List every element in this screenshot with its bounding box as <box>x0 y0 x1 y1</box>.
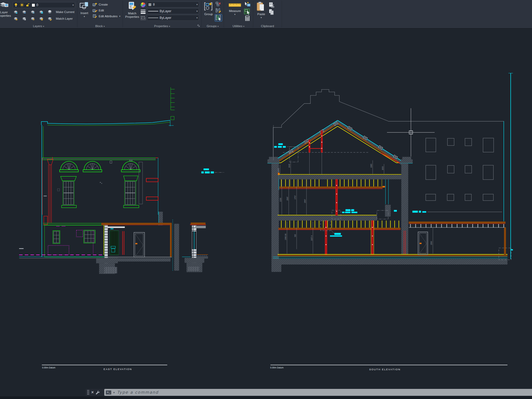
drawing-canvas[interactable]: 0.00m Datum EAST ELEVATION <box>0 29 532 396</box>
layer-thaw-icon[interactable] <box>30 16 35 21</box>
quick-calc-select-icon[interactable] <box>244 8 248 13</box>
layer-thaw-sun-icon <box>20 3 24 7</box>
svg-text:1945: 1945 <box>288 164 290 168</box>
south-title: SOUTH ELEVATION <box>369 368 401 371</box>
layer-unlock-icon <box>26 3 30 7</box>
group-button[interactable]: Group <box>203 2 214 16</box>
make-current-icon[interactable] <box>47 10 52 14</box>
layer-on-bulb-icon <box>14 3 19 7</box>
color-dropdown-chevron-icon: ▾ <box>196 3 198 6</box>
prompt-icon: >_ <box>107 391 110 394</box>
layer-isolate-icon[interactable] <box>13 10 18 14</box>
east-title: EAST ELEVATION <box>103 368 132 371</box>
measure-chevron-icon: ▾ <box>234 13 236 16</box>
groups-panel-label[interactable]: Groups▾ <box>202 24 224 28</box>
south-datum-label: 0.00m Datum <box>270 366 284 369</box>
color-wheel-icon <box>140 2 145 6</box>
ungroup-icon[interactable] <box>215 2 220 6</box>
layer-move-icon[interactable] <box>22 16 26 21</box>
close-icon[interactable]: × <box>91 390 94 394</box>
layers-panel-chevron-icon: ▾ <box>43 25 44 28</box>
insert-label: Insert <box>81 11 88 15</box>
object-color-swatch <box>148 3 152 6</box>
insert-button[interactable]: Insert ▾ <box>78 2 90 18</box>
layer-freeze-icon[interactable] <box>30 10 35 14</box>
layer-lock-icon[interactable] <box>39 10 43 14</box>
layer-on-icon[interactable] <box>13 16 18 21</box>
svg-text:1965: 1965 <box>370 164 372 168</box>
lineweight-dropdown[interactable]: ByLayer ▾ <box>147 8 199 14</box>
lineweight-value: ByLayer <box>160 9 171 13</box>
command-input[interactable] <box>117 390 531 395</box>
properties-panel-label[interactable]: Properties▾ <box>123 24 201 28</box>
linetype-dropdown[interactable]: ByLayer ▾ <box>147 15 199 21</box>
match-properties-icon <box>128 1 137 12</box>
south-elevation-drawing: 1875 1945 1965 1920 2230 2587 2757 2597 <box>201 73 513 371</box>
match-layer-icon[interactable] <box>47 16 52 21</box>
edit-attributes-icon <box>93 14 97 18</box>
command-prompt-button[interactable]: >_ <box>106 390 111 395</box>
command-palette: × >_ ▾ <box>86 389 532 396</box>
command-input-area[interactable]: >_ ▾ <box>104 389 532 396</box>
panel-layers: Layer Properties 0 ▾ Make Current <box>0 0 77 28</box>
block-panel-chevron-icon: ▾ <box>103 25 105 28</box>
measure-button[interactable]: Measure ▾ <box>228 3 242 16</box>
insert-chevron-icon: ▾ <box>84 15 85 18</box>
svg-text:2587: 2587 <box>286 197 288 201</box>
layer-unisolate-icon[interactable] <box>22 10 26 14</box>
palette-grip-handle[interactable] <box>87 390 89 395</box>
svg-text:2590: 2590 <box>430 241 432 245</box>
linetype-sample <box>148 17 158 18</box>
layer-unlock2-icon[interactable] <box>39 16 43 21</box>
svg-text:2060.98: 2060.98 <box>285 234 286 240</box>
edit-block-button[interactable]: Edit <box>93 8 104 13</box>
linetype-icon <box>140 16 145 20</box>
panel-groups: Group Groups▾ <box>202 0 224 28</box>
object-color-dropdown[interactable]: 8 ▾ <box>147 2 199 7</box>
insert-icon <box>80 2 89 11</box>
east-wall-detail-section <box>182 223 208 272</box>
match-layer-button[interactable]: Match Layer <box>56 17 73 20</box>
layer-properties-label-2: Properties <box>0 14 11 18</box>
layer-properties-label-1: Layer <box>0 11 8 14</box>
object-color-value: 8 <box>153 3 155 6</box>
ribbon: Layer Properties 0 ▾ Make Current <box>0 0 532 28</box>
edit-attributes-button[interactable]: Edit Attributes ▾ <box>93 14 120 18</box>
crosshair-cursor <box>387 108 435 157</box>
layers-panel-label[interactable]: Layers▾ <box>0 24 77 28</box>
calculator-icon[interactable] <box>245 15 249 20</box>
model-space-canvas[interactable]: 0.00m Datum EAST ELEVATION <box>0 29 532 396</box>
command-palette-controls: × <box>86 389 104 396</box>
paste-button[interactable]: Paste ▾ <box>255 2 267 19</box>
make-current-button[interactable]: Make Current <box>56 10 74 14</box>
svg-text:2157.4: 2157.4 <box>311 235 313 241</box>
match-properties-button[interactable]: Match Properties <box>124 1 140 19</box>
svg-text:2230: 2230 <box>280 198 281 202</box>
linetype-value: ByLayer <box>160 16 171 20</box>
measure-ruler-icon <box>228 3 241 8</box>
customize-wrench-icon[interactable] <box>95 390 100 395</box>
group-selection-toggle-icon[interactable] <box>215 14 222 21</box>
copy-icon[interactable] <box>269 9 273 13</box>
cut-icon[interactable] <box>269 2 273 6</box>
block-panel-label[interactable]: Block▾ <box>77 24 123 28</box>
properties-panel-chevron-icon: ▾ <box>169 25 170 28</box>
linetype-chevron-icon: ▾ <box>196 16 198 19</box>
layer-dropdown[interactable]: 0 ▾ <box>13 2 75 8</box>
clipboard-panel-label: Clipboard <box>253 24 282 28</box>
layer-properties-button[interactable]: Layer Properties <box>0 1 12 18</box>
svg-text:310: 310 <box>294 234 296 237</box>
utilities-panel-chevron-icon: ▾ <box>243 25 244 28</box>
layer-color-swatch <box>32 3 35 7</box>
utilities-panel-label[interactable]: Utilities▾ <box>224 24 253 28</box>
group-edit-icon[interactable] <box>215 8 220 12</box>
east-datum-label: 0.00m Datum <box>42 366 55 369</box>
lineweight-icon <box>140 9 145 13</box>
layer-dropdown-chevron-icon[interactable]: ▾ <box>72 4 74 6</box>
svg-text:1920: 1920 <box>382 166 384 170</box>
east-elevation-drawing: 0.00m Datum EAST ELEVATION <box>19 87 208 371</box>
create-block-button[interactable]: Create <box>93 2 108 7</box>
paste-chevron-icon: ▾ <box>261 16 262 19</box>
quick-select-icon[interactable] <box>244 2 249 6</box>
recent-commands-chevron-icon[interactable]: ▾ <box>113 391 115 394</box>
